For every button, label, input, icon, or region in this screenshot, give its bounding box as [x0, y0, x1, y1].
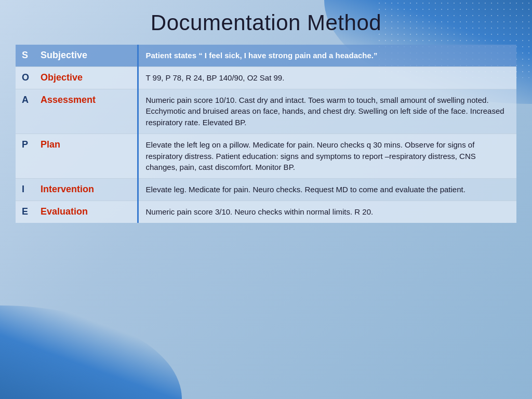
label-assessment: Assessment [36, 89, 138, 134]
content-plan: Elevate the left leg on a pillow. Medica… [138, 134, 516, 178]
content-evaluation: Numeric pain score 3/10. Neuro checks wi… [138, 201, 516, 222]
page-title: Documentation Method [16, 10, 516, 35]
content-subjective: Patient states “ I feel sick, I have str… [138, 45, 516, 66]
label-evaluation: Evaluation [36, 201, 138, 222]
letter-evaluation: E [16, 201, 36, 222]
table-row-subjective: SSubjectivePatient states “ I feel sick,… [16, 45, 516, 66]
content-assessment: Numeric pain score 10/10. Cast dry and i… [138, 89, 516, 134]
letter-objective: O [16, 66, 36, 89]
bg-wave-bottom-left [0, 305, 182, 399]
documentation-table: SSubjectivePatient states “ I feel sick,… [16, 45, 516, 223]
table-row-intervention: IInterventionElevate leg. Medicate for p… [16, 179, 516, 201]
label-intervention: Intervention [36, 179, 138, 201]
table-row-evaluation: EEvaluationNumeric pain score 3/10. Neur… [16, 201, 516, 222]
label-objective: Objective [36, 66, 138, 89]
main-content: Documentation Method SSubjectivePatient … [0, 0, 532, 233]
letter-intervention: I [16, 179, 36, 201]
content-intervention: Elevate leg. Medicate for pain. Neuro ch… [138, 179, 516, 201]
table-row-plan: PPlanElevate the left leg on a pillow. M… [16, 134, 516, 178]
table-row-objective: OObjectiveT 99, P 78, R 24, BP 140/90, O… [16, 66, 516, 89]
letter-assessment: A [16, 89, 36, 134]
table-row-assessment: AAssessmentNumeric pain score 10/10. Cas… [16, 89, 516, 134]
letter-subjective: S [16, 45, 36, 66]
content-objective: T 99, P 78, R 24, BP 140/90, O2 Sat 99. [138, 66, 516, 89]
label-subjective: Subjective [36, 45, 138, 66]
letter-plan: P [16, 134, 36, 178]
label-plan: Plan [36, 134, 138, 178]
